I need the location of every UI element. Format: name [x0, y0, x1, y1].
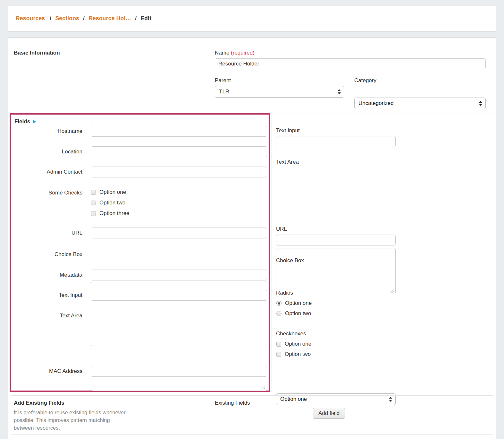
section-divider	[11, 395, 493, 396]
section-divider	[11, 434, 493, 435]
preview-text-input-label: Text Input	[276, 127, 300, 134]
preview-choice-box-value: Option one	[280, 396, 307, 402]
category-label: Category	[354, 77, 376, 84]
hostname-input[interactable]	[91, 126, 267, 137]
preview-text-area[interactable]	[276, 248, 396, 294]
text-input-label: Text Input	[14, 292, 82, 298]
preview-radio-option-one[interactable]	[276, 301, 281, 306]
admin-contact-input[interactable]	[91, 167, 267, 177]
resize-handle-icon[interactable]	[390, 288, 394, 293]
preview-checkbox-option-one[interactable]	[276, 342, 281, 347]
hostname-label: Hostname	[14, 128, 82, 134]
edit-form-panel: Basic Information Name (required) Parent…	[8, 38, 496, 439]
url-label: URL	[14, 230, 82, 236]
column-divider	[272, 116, 272, 392]
checkbox-option-label: Option two	[99, 200, 125, 206]
admin-contact-label: Admin Contact	[14, 169, 82, 175]
required-note: (required)	[231, 50, 255, 56]
preview-checkboxes-label: Checkboxes	[276, 331, 306, 337]
category-select-value: Uncategorized	[358, 100, 394, 107]
name-label: Name (required)	[215, 50, 255, 56]
checkbox-option-label: Option two	[285, 351, 311, 357]
fields-heading-text: Fields	[14, 118, 30, 125]
parent-label: Parent	[215, 77, 231, 84]
parent-select-value: TLR	[219, 89, 229, 95]
metadata-label: Metadata	[14, 272, 82, 278]
choice-box-label: Choice Box	[14, 251, 82, 258]
add-existing-fields-heading: Add Existing Fields	[14, 400, 64, 406]
breadcrumb-panel: Resources / Sections / Resource Hol… / E…	[8, 5, 496, 31]
name-label-text: Name	[215, 50, 231, 56]
name-input[interactable]	[215, 58, 486, 69]
checkbox-option-label: Option three	[99, 210, 130, 217]
resize-handle-icon[interactable]	[261, 385, 266, 390]
some-checks-option-two-checkbox[interactable]	[91, 201, 96, 205]
breadcrumb-link-resources[interactable]: Resources	[16, 15, 45, 22]
select-spinner-icon	[389, 397, 392, 402]
expand-triangle-icon[interactable]	[33, 119, 36, 124]
text-area-label: Text Area	[14, 313, 82, 319]
preview-choice-box-label: Choice Box	[276, 257, 304, 264]
radio-option-label: Option one	[285, 300, 312, 306]
preview-checkbox-option-two[interactable]	[276, 352, 281, 357]
checkbox-option-label: Option one	[99, 189, 126, 195]
select-spinner-icon	[338, 89, 341, 94]
add-field-button[interactable]: Add field	[313, 408, 345, 419]
breadcrumb-separator: /	[50, 15, 51, 22]
basic-information-heading: Basic Information	[14, 50, 60, 56]
breadcrumb-separator: /	[83, 15, 85, 22]
mac-address-label: MAC Address	[14, 368, 82, 374]
preview-url-input[interactable]	[276, 235, 396, 245]
preview-radios-label: Radios	[276, 290, 293, 296]
some-checks-option-one-checkbox[interactable]	[91, 190, 96, 195]
url-input[interactable]	[91, 228, 267, 238]
location-input[interactable]	[91, 146, 267, 157]
preview-radio-option-two[interactable]	[276, 311, 281, 316]
preview-text-area-label: Text Area	[276, 159, 299, 165]
existing-fields-label: Existing Fields	[215, 400, 250, 406]
breadcrumb-current-edit: Edit	[140, 15, 151, 22]
fields-heading: Fields	[14, 118, 36, 125]
breadcrumb-separator: /	[135, 15, 137, 22]
breadcrumb-link-sections[interactable]: Sections	[55, 15, 79, 22]
add-existing-fields-description: It is preferable to reuse existing field…	[14, 409, 127, 432]
metadata-input[interactable]	[91, 270, 267, 280]
category-select[interactable]: Uncategorized	[354, 98, 486, 109]
breadcrumb: Resources / Sections / Resource Hol… / E…	[16, 15, 151, 22]
preview-text-input[interactable]	[276, 136, 396, 147]
mac-address-input[interactable]	[91, 366, 267, 377]
some-checks-label: Some Checks	[14, 190, 82, 196]
radio-option-label: Option two	[285, 310, 311, 317]
select-spinner-icon	[479, 101, 482, 106]
text-input-field[interactable]	[91, 290, 267, 301]
location-label: Location	[14, 149, 82, 155]
checkbox-option-label: Option one	[285, 341, 311, 347]
some-checks-option-three-checkbox[interactable]	[91, 211, 96, 216]
parent-select[interactable]: TLR	[215, 86, 344, 98]
breadcrumb-link-resource-holder[interactable]: Resource Hol…	[88, 15, 131, 22]
preview-url-label: URL	[276, 226, 287, 232]
